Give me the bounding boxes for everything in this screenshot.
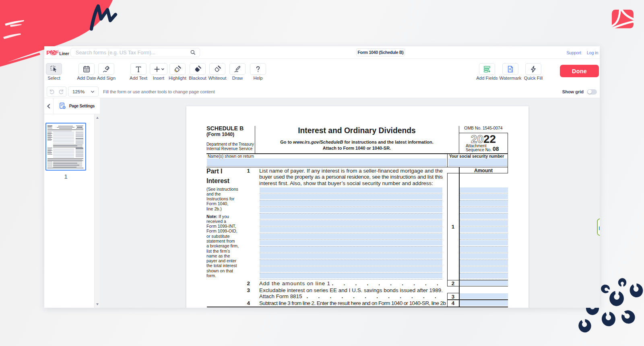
payer-name-field[interactable] <box>260 273 442 278</box>
form-attach-line: Attach to Form 1040 or 1040-SR. <box>255 146 459 150</box>
amount-field[interactable] <box>460 220 508 226</box>
collapse-sidebar-button[interactable] <box>44 98 54 114</box>
search-placeholder: Search forms (e.g. US Tax Form)... <box>76 49 190 56</box>
amount-field[interactable] <box>460 247 508 252</box>
amount-field[interactable] <box>460 187 508 193</box>
line2-text: Add the amounts on line 1 . . . . . . . … <box>259 280 448 286</box>
see-instructions-note: (See instructions and the Instructions f… <box>206 187 249 211</box>
payer-name-field[interactable] <box>260 214 442 219</box>
watermark-button[interactable] <box>502 63 518 75</box>
amount-field[interactable] <box>460 207 508 212</box>
payer-name-field[interactable] <box>260 220 442 226</box>
line1-text-row1: List name of payer. If any interest is f… <box>259 168 443 174</box>
line3-text: Excludable interest on series EE and I U… <box>259 287 443 293</box>
whiteout-button[interactable] <box>209 63 225 75</box>
line2-amount-field[interactable] <box>460 280 508 286</box>
undo-button[interactable] <box>47 86 57 97</box>
help-button[interactable] <box>250 63 266 75</box>
add-date-label: Add Date <box>77 76 96 80</box>
line3-number: 3 <box>246 287 250 293</box>
payer-name-field[interactable] <box>260 234 442 239</box>
draw-label: Draw <box>232 76 243 80</box>
pdfliner-logo[interactable]: P F Liner <box>46 48 69 57</box>
goto-prefix-text: Go to <box>280 140 293 144</box>
amount-field[interactable] <box>460 260 508 265</box>
payer-name-field[interactable] <box>260 247 442 252</box>
add-date-button[interactable] <box>78 63 95 75</box>
line3-amount-field[interactable] <box>460 293 508 299</box>
payer-name-field[interactable] <box>260 267 442 272</box>
done-button[interactable]: Done <box>560 65 599 77</box>
sequence-number: 08 <box>493 146 499 152</box>
add-text-button[interactable] <box>130 63 147 75</box>
line2-number-box: 2 <box>447 280 459 286</box>
page-thumbnail-1[interactable] <box>45 123 86 171</box>
sequence-label: Sequence No. <box>466 148 492 152</box>
add-fields-button[interactable] <box>479 63 495 75</box>
payer-name-field[interactable] <box>260 260 442 265</box>
name-input-field[interactable] <box>207 159 446 167</box>
line4-number: 4 <box>246 300 250 306</box>
draw-button[interactable] <box>229 63 246 75</box>
payer-name-field[interactable] <box>260 253 442 259</box>
search-input[interactable]: Search forms (e.g. US Tax Form)... <box>70 48 200 57</box>
scroll-down-arrow-icon[interactable] <box>96 303 99 305</box>
floating-widget[interactable] <box>597 218 600 236</box>
show-grid-toggle[interactable] <box>587 89 597 95</box>
watermark-document-icon <box>506 65 514 73</box>
search-icon[interactable] <box>190 49 196 56</box>
highlight-label: Highlight <box>169 76 186 80</box>
form-rule <box>447 153 448 167</box>
whiteout-label: Whiteout <box>208 76 227 80</box>
payer-name-field[interactable] <box>260 200 442 206</box>
amount-field[interactable] <box>460 200 508 206</box>
page-thumbnail-preview <box>47 125 85 169</box>
payer-name-field[interactable] <box>260 240 442 245</box>
app-header: P F Liner Search forms (e.g. US Tax Form… <box>44 46 600 59</box>
add-fields-icon <box>483 65 491 73</box>
current-form-badge: Form 1040 (Schedule B) <box>356 48 405 56</box>
amount-field[interactable] <box>460 240 508 245</box>
amount-field[interactable] <box>460 214 508 219</box>
line4-amount-field[interactable] <box>460 300 508 306</box>
blackout-button[interactable] <box>190 63 206 75</box>
payer-name-field[interactable] <box>260 207 442 212</box>
payer-name-field[interactable] <box>260 227 442 232</box>
amount-field[interactable] <box>460 273 508 278</box>
line1-text-row2: buyer used the property as a personal re… <box>259 174 443 180</box>
ssn-input-field[interactable] <box>448 159 507 167</box>
irs-label: Internal Revenue Service <box>206 146 252 151</box>
amount-field[interactable] <box>460 267 508 272</box>
toolbar-hint-text: Fill the form or use another tools to ch… <box>103 85 215 98</box>
support-link[interactable]: Support <box>566 50 581 55</box>
payer-name-field[interactable] <box>260 187 442 193</box>
insert-button[interactable] <box>150 63 167 75</box>
pages-sidebar: Page Settings <box>44 98 100 308</box>
amount-field[interactable] <box>460 253 508 259</box>
login-link[interactable]: Log in <box>587 50 598 55</box>
zoom-dropdown[interactable]: 125% <box>68 86 99 97</box>
amount-field[interactable] <box>460 234 508 239</box>
dept-treasury-label: Department of the Treasury <box>206 142 254 147</box>
amount-field[interactable] <box>460 194 508 199</box>
irs-url: www.irs.gov/ScheduleB <box>293 140 343 144</box>
page-settings-button[interactable]: Page Settings <box>54 98 100 114</box>
add-sign-button[interactable] <box>98 63 114 75</box>
amount-field[interactable] <box>460 227 508 232</box>
highlight-brush-icon <box>173 65 182 73</box>
scroll-up-arrow-icon[interactable] <box>96 117 99 119</box>
select-tool-button[interactable] <box>46 63 62 75</box>
chevron-down-icon <box>161 68 164 70</box>
help-label: Help <box>253 76 262 80</box>
blackout-label: Blackout <box>189 76 206 80</box>
chevron-down-icon <box>90 89 95 94</box>
highlight-button[interactable] <box>169 63 186 75</box>
line3-text2-label: Attach Form 8815 <box>259 293 302 299</box>
redo-button[interactable] <box>56 86 66 97</box>
sub-toolbar: 125% Fill the form or use another tools … <box>44 85 600 98</box>
form-goto-line: Go to www.irs.gov/ScheduleB for instruct… <box>255 140 459 144</box>
quick-fill-button[interactable] <box>525 63 541 75</box>
sidebar-scrollbar[interactable] <box>94 114 100 308</box>
pdfliner-app-window: P F Liner Search forms (e.g. US Tax Form… <box>44 46 600 308</box>
payer-name-field[interactable] <box>260 194 442 199</box>
